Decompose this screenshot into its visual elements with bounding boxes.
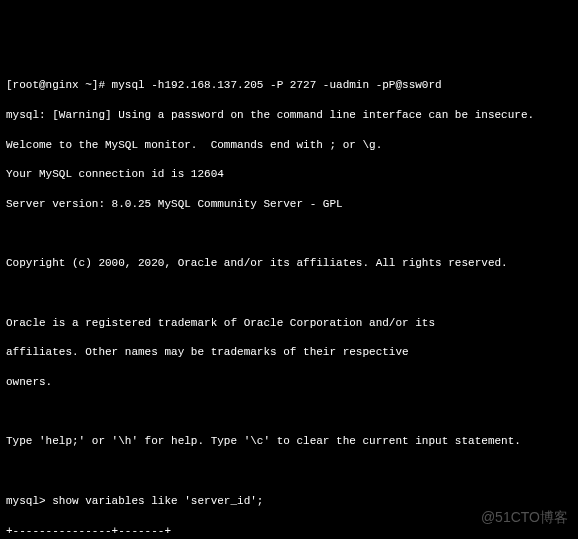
blank-line <box>6 464 572 479</box>
blank-line <box>6 405 572 420</box>
mysql-version: Server version: 8.0.25 MySQL Community S… <box>6 197 572 212</box>
terminal-output[interactable]: [root@nginx ~]# mysql -h192.168.137.205 … <box>6 63 572 539</box>
mysql-warning: mysql: [Warning] Using a password on the… <box>6 108 572 123</box>
watermark-text: @51CTO博客 <box>481 508 568 527</box>
shell-prompt: [root@nginx ~]# mysql -h192.168.137.205 … <box>6 78 572 93</box>
mysql-help: Type 'help;' or '\h' for help. Type '\c'… <box>6 434 572 449</box>
mysql-connid: Your MySQL connection id is 12604 <box>6 167 572 182</box>
mysql-welcome: Welcome to the MySQL monitor. Commands e… <box>6 138 572 153</box>
blank-line <box>6 286 572 301</box>
mysql-query: mysql> show variables like 'server_id'; <box>6 494 572 509</box>
mysql-trademark: Oracle is a registered trademark of Orac… <box>6 316 572 331</box>
mysql-copyright: Copyright (c) 2000, 2020, Oracle and/or … <box>6 256 572 271</box>
mysql-trademark: owners. <box>6 375 572 390</box>
mysql-trademark: affiliates. Other names may be trademark… <box>6 345 572 360</box>
blank-line <box>6 227 572 242</box>
